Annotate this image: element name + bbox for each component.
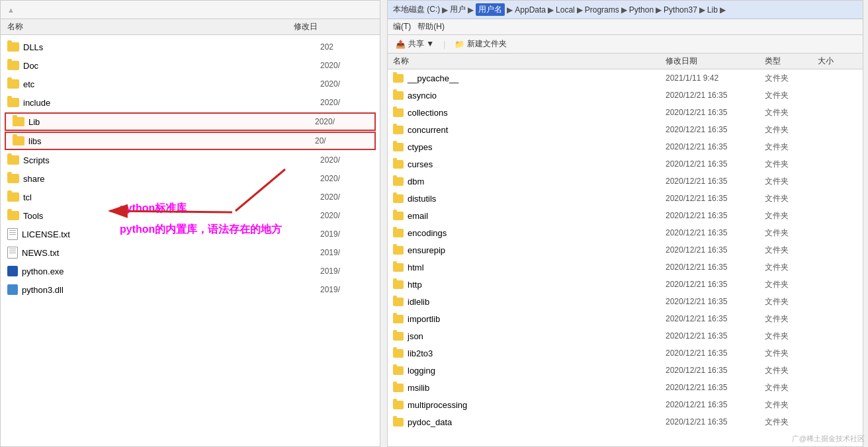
right-folder-icon — [393, 349, 404, 358]
right-file-date: 2020/12/21 16:35 — [666, 314, 765, 323]
file-row[interactable]: tcl 2020/ — [1, 188, 380, 206]
folder-icon — [7, 211, 19, 220]
right-file-date: 2020/12/21 16:35 — [666, 177, 765, 186]
file-row[interactable]: etc 2020/ — [1, 75, 380, 93]
file-row[interactable]: Doc 2020/ — [1, 56, 380, 75]
right-file-type: 文件夹 — [765, 227, 818, 239]
right-folder-icon — [393, 212, 404, 220]
right-file-date: 2020/12/21 16:35 — [666, 280, 765, 289]
breadcrumb-segment-c[interactable]: 本地磁盘 (C:) — [393, 4, 440, 15]
right-file-name: concurrent — [408, 125, 666, 135]
right-file-name: pydoc_data — [408, 417, 666, 427]
right-file-row[interactable]: encodings2020/12/21 16:35文件夹 — [388, 224, 863, 241]
right-file-date: 2020/12/21 16:35 — [666, 91, 765, 100]
folder-icon — [13, 117, 24, 126]
right-file-date: 2020/12/21 16:35 — [666, 194, 765, 203]
right-folder-icon — [393, 160, 404, 169]
breadcrumb-segment-programs[interactable]: Programs — [585, 5, 619, 15]
right-file-date: 2020/12/21 16:35 — [666, 417, 765, 427]
right-file-row[interactable]: http2020/12/21 16:35文件夹 — [388, 276, 863, 293]
right-col-name: 名称 — [393, 56, 666, 67]
breadcrumb[interactable]: 本地磁盘 (C:) ▶ 用户 ▶ 用户名 ▶ AppData ▶ Local ▶… — [388, 1, 863, 19]
right-file-row[interactable]: ensurepip2020/12/21 16:35文件夹 — [388, 241, 863, 259]
file-row[interactable]: include 2020/ — [1, 93, 380, 112]
breadcrumb-segment-lib[interactable]: Lib — [707, 5, 718, 15]
right-file-date: 2020/12/21 16:35 — [666, 245, 765, 255]
right-file-type: 文件夹 — [765, 245, 818, 256]
file-row[interactable]: Scripts 2020/ — [1, 151, 380, 169]
right-file-row[interactable]: ctypes2020/12/21 16:35文件夹 — [388, 138, 863, 155]
right-folder-icon — [393, 108, 404, 117]
right-file-date: 2020/12/21 16:35 — [666, 125, 765, 134]
breadcrumb-segment-username[interactable]: 用户名 — [476, 3, 505, 16]
right-file-row[interactable]: collections2020/12/21 16:35文件夹 — [388, 104, 863, 121]
breadcrumb-arrow: ▶ — [621, 5, 627, 15]
left-col-headers: 名称 修改日 — [1, 19, 380, 35]
file-date: 2020/ — [320, 174, 373, 183]
toolbar-edit[interactable]: 编(T) — [393, 21, 411, 32]
right-file-row[interactable]: concurrent2020/12/21 16:35文件夹 — [388, 121, 863, 138]
right-file-row[interactable]: lib2to32020/12/21 16:35文件夹 — [388, 345, 863, 362]
file-name: python3.dll — [22, 285, 320, 295]
share-button[interactable]: 📤 共享 ▼ — [393, 37, 437, 51]
right-file-row[interactable]: __pycache__2021/1/11 9:42文件夹 — [388, 69, 863, 87]
right-file-type: 文件夹 — [765, 365, 818, 376]
folder-icon — [7, 98, 19, 107]
folder-icon — [7, 192, 19, 202]
breadcrumb-segment-appdata[interactable]: AppData — [515, 5, 546, 15]
file-date: 2020/ — [320, 61, 373, 70]
right-file-date: 2020/12/21 16:35 — [666, 263, 765, 272]
folder-icon — [7, 79, 19, 89]
right-file-row[interactable]: dbm2020/12/21 16:35文件夹 — [388, 173, 863, 190]
right-file-name: multiprocessing — [408, 400, 666, 410]
right-folder-icon — [393, 143, 404, 151]
right-file-name: asyncio — [408, 91, 666, 101]
right-file-row[interactable]: pydoc_data2020/12/21 16:35文件夹 — [388, 413, 863, 430]
file-row[interactable]: python.exe 2019/ — [1, 262, 380, 280]
breadcrumb-segment-python[interactable]: Python — [629, 5, 654, 15]
file-name: Scripts — [23, 155, 320, 165]
right-file-name: ensurepip — [408, 245, 666, 255]
right-file-row[interactable]: multiprocessing2020/12/21 16:35文件夹 — [388, 396, 863, 413]
file-date: 2019/ — [320, 248, 373, 257]
right-file-row[interactable]: idlelib2020/12/21 16:35文件夹 — [388, 293, 863, 310]
right-file-row[interactable]: distutils2020/12/21 16:35文件夹 — [388, 190, 863, 207]
right-file-row[interactable]: email2020/12/21 16:35文件夹 — [388, 207, 863, 224]
right-folder-icon — [393, 246, 404, 255]
file-date: 2019/ — [320, 266, 373, 276]
right-file-list: __pycache__2021/1/11 9:42文件夹asyncio2020/… — [388, 69, 863, 430]
right-file-date: 2020/12/21 16:35 — [666, 211, 765, 220]
new-folder-icon: 📁 — [455, 40, 464, 49]
breadcrumb-segment-local[interactable]: Local — [556, 5, 575, 15]
right-file-name: idlelib — [408, 297, 666, 307]
left-header: ▲ — [1, 1, 380, 19]
right-folder-icon — [393, 298, 404, 306]
right-file-row[interactable]: importlib2020/12/21 16:35文件夹 — [388, 310, 863, 327]
right-file-type: 文件夹 — [765, 313, 818, 325]
right-folder-icon — [393, 177, 404, 186]
breadcrumb-segment-users[interactable]: 用户 — [450, 4, 466, 15]
file-name: etc — [23, 79, 320, 89]
file-row[interactable]: Tools 2020/ — [1, 206, 380, 225]
new-folder-button[interactable]: 📁 新建文件夹 — [452, 37, 509, 51]
libs-folder-row[interactable]: libs 20/ — [5, 132, 376, 150]
file-date: 2020/ — [315, 117, 368, 126]
toolbar-help[interactable]: 帮助(H) — [417, 21, 445, 32]
file-row[interactable]: share 2020/ — [1, 169, 380, 188]
file-date: 2020/ — [320, 79, 373, 89]
right-file-row[interactable]: msilib2020/12/21 16:35文件夹 — [388, 379, 863, 396]
file-row[interactable]: NEWS.txt 2019/ — [1, 243, 380, 262]
lib-folder-row[interactable]: Lib 2020/ — [5, 112, 376, 131]
right-file-row[interactable]: json2020/12/21 16:35文件夹 — [388, 327, 863, 345]
right-file-type: 文件夹 — [765, 399, 818, 411]
right-file-row[interactable]: curses2020/12/21 16:35文件夹 — [388, 155, 863, 173]
file-row[interactable]: DLLs 202 — [1, 38, 380, 56]
folder-icon — [7, 174, 19, 183]
file-row[interactable]: python3.dll 2019/ — [1, 280, 380, 299]
right-file-type: 文件夹 — [765, 193, 818, 204]
breadcrumb-segment-python37[interactable]: Python37 — [664, 5, 697, 15]
right-file-row[interactable]: html2020/12/21 16:35文件夹 — [388, 259, 863, 276]
right-file-date: 2020/12/21 16:35 — [666, 159, 765, 169]
right-file-row[interactable]: logging2020/12/21 16:35文件夹 — [388, 362, 863, 379]
right-file-row[interactable]: asyncio2020/12/21 16:35文件夹 — [388, 87, 863, 104]
